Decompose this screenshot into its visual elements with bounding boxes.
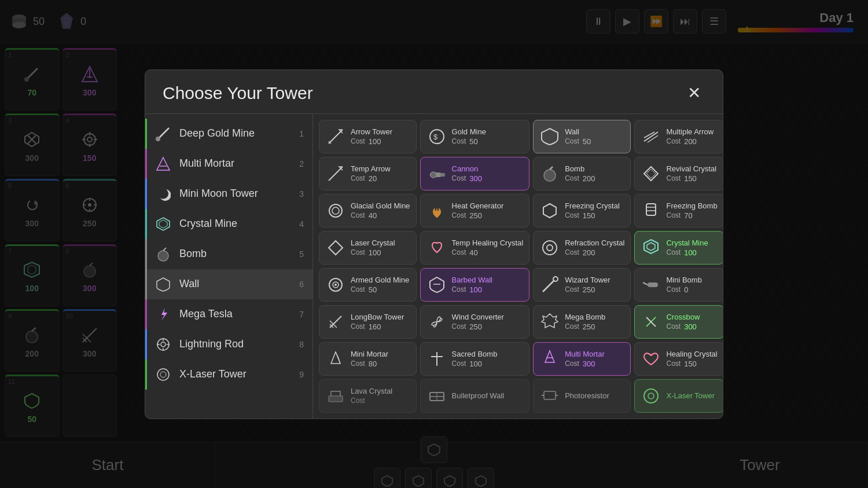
tower-card-barbed-wall[interactable]: Barbed Wall Cost 100 xyxy=(420,268,530,302)
freezing-bomb-name: Freezing Bomb xyxy=(666,201,717,210)
list-item-wall[interactable]: Wall 6 xyxy=(145,269,312,299)
tower-card-bomb[interactable]: Bomb Cost 200 xyxy=(533,157,631,190)
icon-mega-tesla xyxy=(154,305,172,324)
svg-marker-76 xyxy=(644,240,658,254)
wizard-tower-icon xyxy=(539,274,560,295)
tower-card-wall[interactable]: Wall Cost 50 xyxy=(533,120,631,153)
freezing-crystal-cost: 150 xyxy=(583,211,595,220)
tower-card-wind-converter[interactable]: Wind Converter Cost 250 xyxy=(420,305,530,339)
list-item-bomb[interactable]: Bomb 5 xyxy=(145,239,312,269)
lightning-rod-label: Lightning Rod xyxy=(179,338,292,350)
glacial-gold-mine-cost: 40 xyxy=(369,211,377,220)
mega-tesla-label: Mega Tesla xyxy=(179,308,292,320)
tower-card-gold-mine[interactable]: $ Gold Mine Cost 50 xyxy=(420,120,530,153)
lava-crystal-name: Lava Crystal xyxy=(351,387,392,395)
svg-rect-97 xyxy=(329,396,343,402)
gold-mine-icon: $ xyxy=(426,126,447,147)
bar-x-laser xyxy=(145,359,147,390)
armed-gold-mine-name: Armed Gold Mine xyxy=(351,276,409,284)
svg-point-80 xyxy=(334,284,337,286)
barbed-wall-cost: 100 xyxy=(469,285,482,294)
svg-text:$: $ xyxy=(433,133,438,141)
tower-card-revival-crystal[interactable]: Revival Crystal Cost 150 xyxy=(634,157,723,190)
tower-card-temp-arrow[interactable]: Temp Arrow Cost 20 xyxy=(319,157,417,190)
mini-mortar-name: Mini Mortar xyxy=(351,350,388,358)
list-item-multi-mortar[interactable]: Multi Mortar 2 xyxy=(145,149,312,179)
bar-bomb xyxy=(145,239,147,269)
svg-point-83 xyxy=(553,277,558,281)
tower-card-temp-healing-crystal[interactable]: Temp Healing Crystal Cost 40 xyxy=(420,231,530,265)
svg-point-104 xyxy=(644,389,658,403)
tower-card-multiple-arrow[interactable]: Multiple Arrow Cost 200 xyxy=(634,120,723,153)
svg-line-58 xyxy=(648,135,658,142)
temp-healing-crystal-icon xyxy=(426,237,447,258)
svg-line-52 xyxy=(329,130,343,144)
tower-card-glacial-gold-mine[interactable]: Glacial Gold Mine Cost 40 xyxy=(319,194,417,228)
svg-point-75 xyxy=(547,245,553,251)
icon-x-laser xyxy=(154,365,172,384)
tower-card-lava-crystal[interactable]: Lava Crystal Cost xyxy=(319,379,417,413)
tower-card-x-laser-tower[interactable]: X-Laser Tower xyxy=(634,379,723,413)
list-item-deep-gold-mine[interactable]: Deep Gold Mine 1 xyxy=(145,119,312,149)
healing-crystal-name: Healing Crystal xyxy=(666,350,717,358)
tower-card-heat-generator[interactable]: Heat Generator Cost 250 xyxy=(420,194,530,228)
modal-close-button[interactable]: ✕ xyxy=(682,82,705,105)
x-laser-label: X-Laser Tower xyxy=(179,368,292,380)
tower-card-sacred-bomb[interactable]: Sacred Bomb Cost 100 xyxy=(420,342,530,376)
bar-mini-moon xyxy=(145,179,147,209)
mini-bomb-cost: 0 xyxy=(684,285,688,294)
svg-marker-73 xyxy=(329,241,343,255)
temp-arrow-icon xyxy=(325,163,346,184)
armed-gold-mine-icon xyxy=(325,274,346,295)
list-item-x-laser[interactable]: X-Laser Tower 9 xyxy=(145,359,312,390)
svg-point-68 xyxy=(332,207,339,214)
tower-card-crossbow[interactable]: Crossbow Cost 300 xyxy=(634,305,723,339)
tower-card-photoresistor[interactable]: Photoresistor xyxy=(533,379,631,413)
icon-bomb xyxy=(154,245,172,263)
svg-marker-92 xyxy=(331,352,340,364)
svg-marker-89 xyxy=(542,314,558,328)
svg-point-45 xyxy=(161,342,165,347)
tower-card-multi-mortar[interactable]: Multi Mortar Cost 300 xyxy=(533,342,631,376)
list-item-lightning-rod[interactable]: Lightning Rod 8 xyxy=(145,329,312,359)
wizard-tower-cost: 250 xyxy=(583,285,595,294)
list-item-mega-tesla[interactable]: Mega Tesla 7 xyxy=(145,299,312,329)
tower-card-freezing-bomb[interactable]: Freezing Bomb Cost 70 xyxy=(634,194,723,228)
tower-card-longbow-tower[interactable]: LongBow Tower Cost 160 xyxy=(319,305,417,339)
svg-line-64 xyxy=(550,167,553,170)
arrow-tower-name: Arrow Tower xyxy=(351,127,392,136)
list-item-mini-moon-tower[interactable]: Mini Moon Tower 3 xyxy=(145,179,312,209)
bar-deep-gold-mine xyxy=(145,119,147,149)
tower-card-armed-gold-mine[interactable]: Armed Gold Mine Cost 50 xyxy=(319,268,417,302)
mini-moon-label: Mini Moon Tower xyxy=(179,188,292,200)
tower-card-wizard-tower[interactable]: Wizard Tower Cost 250 xyxy=(533,268,631,302)
heat-generator-icon xyxy=(426,200,447,221)
tower-card-crystal-mine-grid[interactable]: Crystal Mine Cost 100 xyxy=(634,231,723,265)
tower-card-mini-bomb[interactable]: Mini Bomb Cost 0 xyxy=(634,268,723,302)
tower-card-arrow-tower[interactable]: Arrow Tower Cost 100 xyxy=(319,120,417,153)
refraction-crystal-cost: 200 xyxy=(583,248,595,257)
crystal-mine-grid-cost: 100 xyxy=(684,248,697,257)
glacial-gold-mine-icon xyxy=(325,200,346,221)
icon-lightning-rod xyxy=(154,335,172,354)
tower-card-mega-bomb[interactable]: Mega Bomb Cost 250 xyxy=(533,305,631,339)
tower-card-refraction-crystal[interactable]: Refraction Crystal Cost 200 xyxy=(533,231,631,265)
sacred-bomb-icon xyxy=(426,348,447,369)
icon-mini-moon xyxy=(154,185,172,203)
healing-crystal-icon xyxy=(641,348,661,369)
tower-card-laser-crystal[interactable]: Laser Crystal Cost 100 xyxy=(319,231,417,265)
tower-card-bulletproof-wall[interactable]: Bulletproof Wall xyxy=(420,379,530,413)
wall-icon-grid xyxy=(539,126,560,147)
tower-card-cannon[interactable]: Cannon Cost 300 xyxy=(420,157,530,190)
crystal-mine-label: Crystal Mine xyxy=(179,218,292,230)
tower-card-healing-crystal[interactable]: Healing Crystal Cost 150 xyxy=(634,342,723,376)
multiple-arrow-icon xyxy=(641,126,661,147)
list-item-crystal-mine[interactable]: Crystal Mine 4 xyxy=(145,209,312,239)
modal-title: Choose Your Tower xyxy=(163,83,313,103)
temp-arrow-cost: 20 xyxy=(369,174,377,183)
tower-card-mini-mortar[interactable]: Mini Mortar Cost 80 xyxy=(319,342,417,376)
tower-card-freezing-crystal[interactable]: Freezing Crystal Cost 150 xyxy=(533,194,631,228)
svg-point-63 xyxy=(544,170,556,181)
barbed-wall-icon xyxy=(426,274,447,295)
icon-crystal-mine xyxy=(154,215,172,233)
